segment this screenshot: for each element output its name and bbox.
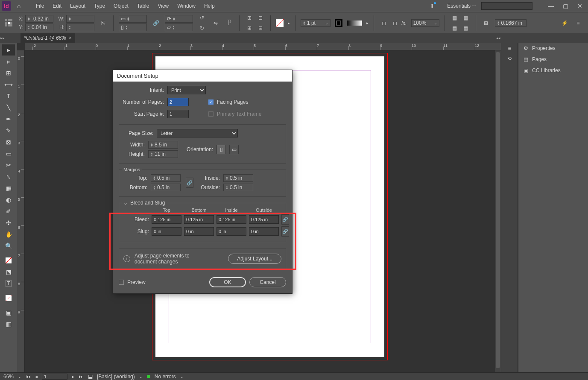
cc-libraries-panel[interactable]: ▣CC Libraries [518,65,588,76]
bleed-slug-disclosure[interactable]: ⌄Bleed and Slug [122,200,167,206]
search-input[interactable] [481,2,532,10]
format-text-icon[interactable]: T [2,278,15,289]
gradient-icon[interactable] [347,20,362,26]
align2-icon[interactable]: ⊞ [245,23,254,33]
start-page-field[interactable] [167,110,189,118]
wrap2-icon[interactable]: ▦ [461,13,471,23]
menu-layout[interactable]: Layout [67,1,89,11]
liquid-field[interactable]: ▲▼0.1667 in [495,19,527,27]
line-tool[interactable]: ╲ [2,102,15,113]
quick-apply-icon[interactable]: ⚡ [560,18,569,28]
stroke-panel-icon[interactable]: ≡ [508,45,511,51]
fx-icon[interactable]: fx. [401,20,407,26]
slug-top[interactable] [152,227,181,236]
stroke-weight[interactable]: ▲▼1 pt⌄ [301,19,331,27]
menu-file[interactable]: File [32,1,47,11]
properties-panel[interactable]: ⚙Properties [518,43,588,54]
flip-h-icon[interactable]: ⇋ [211,18,220,28]
liquid-icon[interactable]: ⊞ [481,18,491,28]
wrap4-icon[interactable]: ▦ [461,23,471,33]
color-panel-icon[interactable]: ⟲ [507,56,512,61]
menu-type[interactable]: Type [91,1,108,11]
character-icon[interactable]: P [225,18,234,28]
cancel-button[interactable]: Cancel [249,277,286,287]
menu-window[interactable]: Window [174,1,199,11]
rotate-cw-icon[interactable]: ↻ [197,23,207,33]
shear-field[interactable]: ▱▲▼ [165,23,193,31]
gradient-swatch-tool[interactable]: ▦ [2,183,15,194]
height-field[interactable]: ▲▼11 in [148,150,178,158]
pencil-tool[interactable]: ✎ [2,125,15,136]
expand-tools-icon[interactable]: ▸▸ [0,36,5,40]
workspace-switcher[interactable]: Essentials﹀ [444,2,480,10]
direct-selection-tool[interactable]: ▹ [2,56,15,67]
h-field[interactable]: ▲▼ [66,23,94,31]
scale-x[interactable]: ▭▲▼ [119,15,147,23]
view-mode-icon[interactable]: ▣ [2,307,15,318]
y-field[interactable]: ▲▼0.04 in [25,23,53,31]
corner-icon[interactable]: ◻ [379,18,389,28]
margin-bottom-field[interactable]: ▲▼0.5 in [151,184,181,191]
window-maximize[interactable]: ▢ [559,3,572,9]
num-pages-field[interactable] [167,98,189,106]
menu-edit[interactable]: Edit [49,1,65,11]
margin-top-field[interactable]: ▲▼0.5 in [151,174,181,182]
page-field[interactable] [42,374,67,380]
link-scale-icon[interactable]: 🔗 [151,18,161,28]
page-tool[interactable]: ⊞ [2,67,15,79]
status-zoom[interactable]: 66% [3,374,14,380]
scale-y[interactable]: ▯▲▼ [119,23,147,31]
distr-icon[interactable]: ⊟ [256,13,265,23]
margin-outside-field[interactable]: ▲▼0.5 in [223,184,253,191]
width-field[interactable]: ▲▼8.5 in [148,141,178,149]
x-field[interactable]: ▲▼-0.32 in [25,15,53,23]
hand-tool[interactable]: ✋ [2,229,15,240]
slug-outside[interactable] [249,227,279,236]
reference-point-icon[interactable] [5,19,12,26]
prev-page-icon[interactable]: ◂ [35,374,38,380]
w-field[interactable]: ▲▼ [66,15,94,23]
selection-tool[interactable]: ▸ [2,44,15,56]
vertical-scrollbar[interactable] [495,50,501,380]
gradient-feather-tool[interactable]: ◐ [2,194,15,205]
swap-colors-icon[interactable]: ⬔ [2,266,15,278]
landscape-icon[interactable]: ▭ [229,145,239,154]
link-bleed-icon[interactable]: 🔗 [281,214,289,225]
last-page-icon[interactable]: ⏭ [79,374,84,380]
rotate-ccw-icon[interactable]: ↺ [197,13,207,23]
wrap1-icon[interactable]: ▦ [450,13,459,23]
bleed-bottom[interactable] [184,215,214,224]
home-icon[interactable]: ⌂ [13,3,25,9]
bleed-top[interactable] [152,215,181,224]
zoom-tool[interactable]: 🔍 [2,240,15,251]
distr2-icon[interactable]: ⊟ [256,23,265,33]
wrap3-icon[interactable]: ▦ [450,23,459,33]
fill-swatch[interactable] [276,19,284,27]
ok-button[interactable]: OK [209,277,246,287]
scissors-tool[interactable]: ✂ [2,160,15,171]
bleed-outside[interactable] [249,215,279,224]
pen-tool[interactable]: ✒ [2,114,15,125]
type-tool[interactable]: T [2,91,15,102]
menu-view[interactable]: View [154,1,172,11]
facing-pages-checkbox[interactable]: ✓ [208,99,214,105]
stroke-swatch[interactable] [335,19,342,27]
constrain-icon[interactable]: ⇱ [99,18,108,28]
rectangle-tool[interactable]: ▭ [2,148,15,159]
eyedropper-tool[interactable]: ✣ [2,217,15,228]
menu-help[interactable]: Help [201,1,218,11]
menu-object[interactable]: Object [110,1,132,11]
intent-select[interactable]: Print [167,86,206,94]
slug-bottom[interactable] [184,227,214,236]
errors-label[interactable]: No errors [155,374,176,380]
next-page-icon[interactable]: ▸ [72,374,74,380]
note-tool[interactable]: ✐ [2,206,15,217]
fill-stroke-icon[interactable] [2,255,15,266]
rotate-field[interactable]: ⟳▲▼ [165,15,193,23]
slug-inside[interactable] [216,227,246,236]
page-size-select[interactable]: Letter [157,129,238,137]
link-margins-icon[interactable]: 🔗 [186,178,193,188]
rectangle-frame-tool[interactable]: ⊠ [2,137,15,148]
share-icon[interactable]: ⬆ [430,3,434,9]
screen-mode-icon[interactable]: ▥ [2,319,15,330]
